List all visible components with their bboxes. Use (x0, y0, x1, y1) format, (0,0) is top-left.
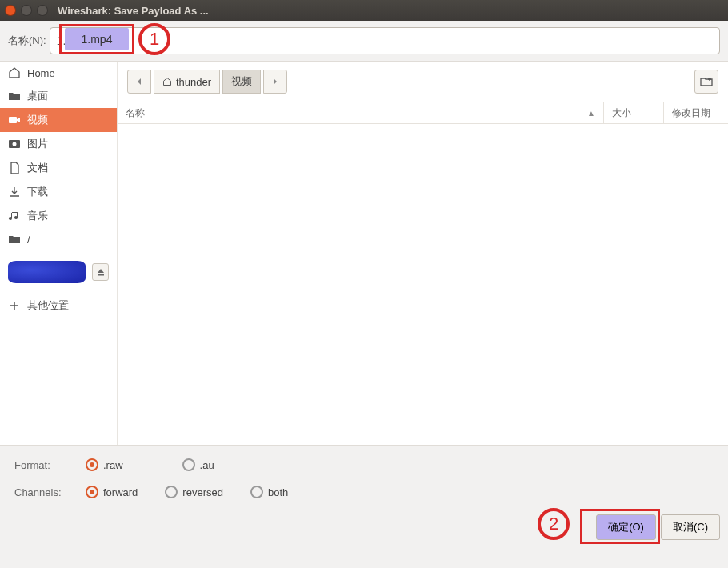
format-label: Format: (14, 459, 74, 471)
eject-button[interactable] (92, 263, 109, 281)
format-row: Format: .raw .au (14, 458, 714, 471)
file-chooser-body: Home 桌面 视频 图片 文档 下载 音乐 / (0, 61, 728, 445)
sidebar-item-desktop[interactable]: 桌面 (0, 84, 117, 108)
sidebar-item-documents[interactable]: 文档 (0, 156, 117, 180)
sidebar-item-label: 图片 (27, 137, 48, 151)
download-icon (8, 186, 21, 198)
plus-icon (8, 299, 21, 312)
drive-label-redacted (8, 261, 86, 283)
sidebar-item-label: 其他位置 (27, 298, 69, 313)
sidebar-item-label: 下载 (27, 185, 48, 199)
channels-radio-forward[interactable]: forward (86, 486, 138, 498)
window-maximize-button[interactable] (37, 5, 48, 16)
column-header-size[interactable]: 大小 (604, 102, 664, 123)
file-pane: thunder 视频 名称 ▲ 大小 修改日期 (118, 62, 728, 445)
column-header-date[interactable]: 修改日期 (664, 102, 728, 123)
photo-icon (8, 138, 21, 150)
window-minimize-button[interactable] (21, 5, 32, 16)
path-bar: thunder 视频 (118, 62, 728, 102)
column-header-name[interactable]: 名称 ▲ (118, 102, 604, 123)
annotation-badge-1: 1 (138, 23, 170, 55)
places-sidebar: Home 桌面 视频 图片 文档 下载 音乐 / (0, 62, 118, 445)
window-close-button[interactable] (5, 5, 16, 16)
path-segment-label: 视频 (231, 74, 252, 89)
sidebar-item-music[interactable]: 音乐 (0, 204, 117, 228)
music-icon (8, 210, 21, 222)
format-radio-au[interactable]: .au (182, 458, 214, 471)
path-segment-current[interactable]: 视频 (222, 70, 261, 94)
channels-radio-both[interactable]: both (250, 486, 288, 498)
filename-row: 名称(N): (0, 21, 728, 61)
path-segment-thunder[interactable]: thunder (154, 70, 220, 94)
sidebar-item-label: Home (27, 67, 55, 79)
sidebar-item-root[interactable]: / (0, 228, 117, 250)
sort-ascending-icon: ▲ (587, 109, 595, 118)
sidebar-item-drive[interactable] (0, 258, 117, 286)
window-title: Wireshark: Save Payload As ... (58, 5, 209, 17)
folder-icon (8, 233, 21, 246)
doc-icon (8, 162, 21, 174)
channels-label: Channels: (14, 486, 74, 498)
titlebar: Wireshark: Save Payload As ... (0, 0, 728, 21)
svg-rect-0 (9, 117, 17, 123)
ok-button[interactable]: 确定(O) (596, 514, 656, 540)
video-icon (8, 114, 21, 126)
home-icon (8, 66, 21, 79)
channels-radio-reversed[interactable]: reversed (165, 486, 223, 498)
cancel-button[interactable]: 取消(C) (661, 514, 720, 540)
sidebar-item-label: / (27, 234, 30, 246)
sidebar-item-other[interactable]: 其他位置 (0, 294, 117, 318)
dialog-footer: 2 确定(O) 取消(C) (0, 514, 728, 550)
sidebar-item-videos[interactable]: 视频 (0, 108, 117, 132)
path-back-button[interactable] (127, 70, 151, 94)
svg-point-2 (13, 142, 17, 146)
sidebar-item-label: 视频 (27, 113, 48, 127)
channels-row: Channels: forward reversed both (14, 486, 714, 498)
path-forward-button[interactable] (263, 70, 287, 94)
sidebar-item-downloads[interactable]: 下载 (0, 180, 117, 204)
sidebar-item-label: 文档 (27, 161, 48, 175)
folder-icon (8, 90, 21, 102)
sidebar-item-pictures[interactable]: 图片 (0, 132, 117, 156)
options-panel: Format: .raw .au Channels: forward rever… (0, 445, 728, 514)
sidebar-item-home[interactable]: Home (0, 62, 117, 84)
format-radio-raw[interactable]: .raw (86, 458, 123, 471)
sidebar-item-label: 桌面 (27, 89, 48, 103)
new-folder-button[interactable] (694, 70, 718, 94)
path-segment-label: thunder (176, 76, 211, 88)
sidebar-item-label: 音乐 (27, 209, 48, 223)
filename-label: 名称(N): (8, 34, 46, 48)
file-list-body[interactable] (118, 124, 728, 445)
file-list-header: 名称 ▲ 大小 修改日期 (118, 102, 728, 124)
